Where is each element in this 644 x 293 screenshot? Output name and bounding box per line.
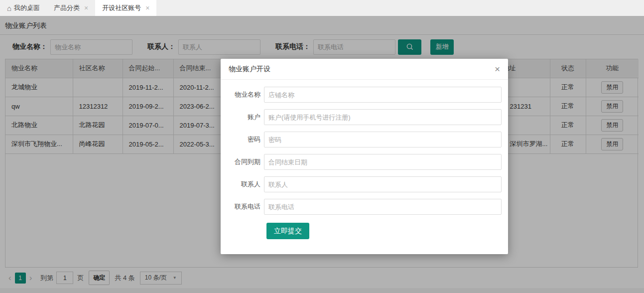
field-label: 账户 (229, 113, 260, 122)
tab-label: 开设社区账号 (102, 3, 141, 12)
tab-open-community-account[interactable]: 开设社区账号 × (95, 0, 156, 16)
field-label: 合同到期 (229, 157, 260, 166)
submit-button[interactable]: 立即提交 (266, 223, 309, 239)
form-row-password: 密码 (229, 132, 502, 147)
close-icon[interactable]: × (495, 64, 500, 74)
account-field[interactable] (264, 109, 502, 125)
contract-expiry-field[interactable] (264, 154, 502, 170)
field-label: 联系电话 (229, 202, 260, 211)
home-icon: ⌂ (7, 4, 11, 12)
form-row-contact: 联系人 (229, 176, 502, 192)
modal-title: 物业账户开设 (229, 65, 270, 74)
close-icon[interactable]: × (145, 4, 149, 11)
form-row-account: 账户 (229, 109, 502, 125)
tab-product-category[interactable]: 产品分类 × (47, 0, 95, 16)
tab-bar: ⌂ 我的桌面 产品分类 × 开设社区账号 × (0, 0, 644, 16)
password-field[interactable] (264, 132, 502, 147)
modal-body: 物业名称 账户 密码 合同到期 联系人 (221, 80, 508, 215)
form-row-phone: 联系电话 (229, 199, 502, 215)
field-label: 联系人 (229, 180, 260, 189)
property-name-field[interactable] (264, 87, 502, 103)
tab-label: 我的桌面 (14, 3, 40, 12)
phone-field[interactable] (264, 199, 502, 215)
tab-my-desktop[interactable]: ⌂ 我的桌面 (0, 0, 47, 16)
contact-field[interactable] (264, 176, 502, 192)
modal-header: 物业账户开设 × (221, 59, 508, 80)
form-row-contract-expiry: 合同到期 (229, 154, 502, 170)
field-label: 物业名称 (229, 90, 260, 99)
content-area: 物业账户列表 物业名称： 联系人： 联系电话： (0, 16, 644, 293)
form-row-property-name: 物业名称 (229, 87, 502, 103)
tab-label: 产品分类 (54, 3, 80, 12)
close-icon[interactable]: × (84, 4, 88, 11)
field-label: 密码 (229, 135, 260, 144)
property-account-modal: 物业账户开设 × 物业名称 账户 密码 合同到期 (221, 59, 508, 254)
modal-footer: 立即提交 (221, 221, 508, 254)
app-window: ⌂ 我的桌面 产品分类 × 开设社区账号 × 物业账户列表 物业名称： 联系人： (0, 0, 644, 293)
